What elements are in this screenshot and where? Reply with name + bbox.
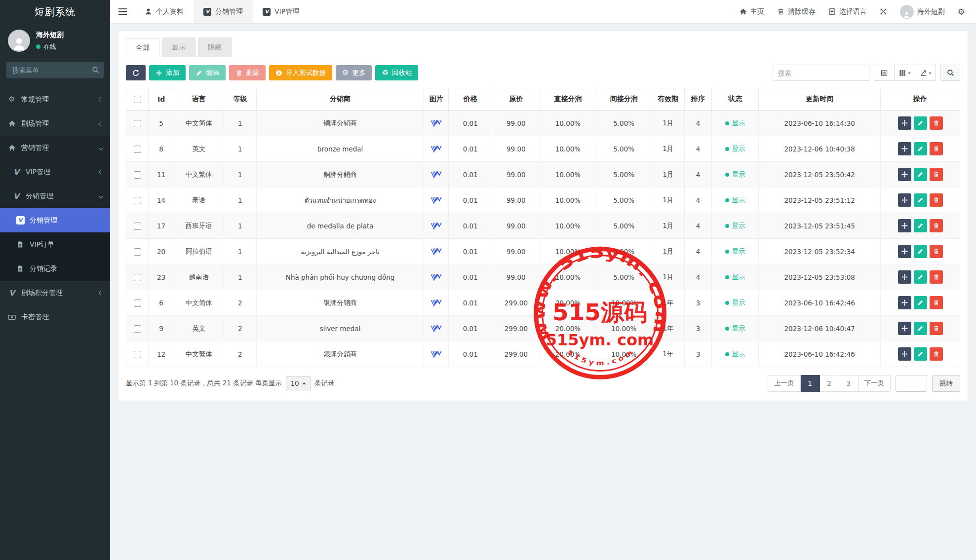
- row-edit-button[interactable]: [914, 347, 927, 361]
- v-logo-image[interactable]: [430, 273, 442, 281]
- v-logo-image[interactable]: [430, 119, 442, 127]
- row-checkbox[interactable]: [134, 223, 141, 230]
- drag-sort-button[interactable]: [898, 142, 911, 155]
- drag-sort-button[interactable]: [898, 219, 911, 232]
- export-button[interactable]: [915, 65, 936, 81]
- sidebar-item-marketing[interactable]: 营销管理: [0, 136, 110, 160]
- col-validity[interactable]: 有效期: [652, 88, 684, 111]
- row-edit-button[interactable]: [914, 245, 927, 258]
- advanced-search-button[interactable]: [940, 65, 960, 81]
- add-button[interactable]: 添加: [149, 65, 186, 80]
- row-delete-button[interactable]: [930, 296, 943, 309]
- row-delete-button[interactable]: [930, 322, 943, 335]
- detail-view-button[interactable]: [874, 65, 895, 81]
- row-edit-button[interactable]: [914, 116, 927, 130]
- row-edit-button[interactable]: [914, 219, 927, 232]
- sidebar-item-distribution-records[interactable]: 分销记录: [0, 257, 110, 281]
- v-logo-image[interactable]: [430, 222, 442, 230]
- delete-button[interactable]: 删除: [229, 65, 266, 80]
- drag-sort-button[interactable]: [898, 270, 911, 284]
- select-all-checkbox[interactable]: [134, 96, 141, 103]
- jump-page-input[interactable]: [896, 375, 927, 392]
- row-edit-button[interactable]: [914, 142, 927, 155]
- col-price[interactable]: 价格: [448, 88, 492, 111]
- sidebar-item-theater-points[interactable]: V 剧场积分管理: [0, 281, 110, 305]
- table-search-input[interactable]: [773, 65, 869, 81]
- col-image[interactable]: 图片: [424, 88, 448, 111]
- col-language[interactable]: 语言: [174, 88, 224, 111]
- per-page-select[interactable]: 10: [286, 376, 311, 391]
- col-sort[interactable]: 排序: [684, 88, 712, 111]
- refresh-button[interactable]: [126, 65, 146, 80]
- row-edit-button[interactable]: [914, 168, 927, 181]
- row-delete-button[interactable]: [930, 245, 943, 258]
- col-direct-commission[interactable]: 直接分润: [540, 88, 596, 111]
- more-button[interactable]: ⚙更多: [336, 65, 372, 80]
- nav-language[interactable]: 选择语言: [828, 7, 867, 16]
- sidebar-search-input[interactable]: [6, 62, 104, 78]
- col-level[interactable]: 等级: [224, 88, 256, 111]
- row-checkbox[interactable]: [134, 274, 141, 281]
- col-actions[interactable]: 操作: [881, 88, 960, 111]
- row-checkbox[interactable]: [134, 351, 141, 358]
- fullscreen-icon[interactable]: [880, 8, 887, 15]
- sidebar-item-card-keys[interactable]: 卡密管理: [0, 305, 110, 329]
- row-checkbox[interactable]: [134, 248, 141, 256]
- status-badge[interactable]: 显示: [725, 299, 745, 307]
- col-distributor[interactable]: 分销商: [256, 88, 424, 111]
- status-badge[interactable]: 显示: [725, 196, 745, 205]
- status-badge[interactable]: 显示: [725, 273, 745, 282]
- nav-clear-cache[interactable]: 清除缓存: [777, 7, 816, 16]
- row-edit-button[interactable]: [914, 193, 927, 207]
- row-checkbox[interactable]: [134, 120, 141, 127]
- tab-visible[interactable]: 显示: [162, 37, 195, 57]
- row-delete-button[interactable]: [930, 193, 943, 207]
- sidebar-item-distribution[interactable]: V 分销管理: [0, 184, 110, 208]
- v-logo-image[interactable]: [430, 196, 442, 204]
- col-indirect-commission[interactable]: 间接分润: [596, 88, 652, 111]
- row-checkbox[interactable]: [134, 299, 141, 307]
- page-3-button[interactable]: 3: [839, 375, 859, 392]
- jump-button[interactable]: 跳转: [932, 375, 960, 392]
- status-badge[interactable]: 显示: [725, 222, 745, 230]
- col-original-price[interactable]: 原价: [492, 88, 540, 111]
- nav-home[interactable]: 主页: [740, 7, 764, 16]
- row-checkbox[interactable]: [134, 325, 141, 333]
- status-badge[interactable]: 显示: [725, 324, 745, 333]
- search-icon[interactable]: [92, 66, 99, 74]
- col-status[interactable]: 状态: [712, 88, 759, 111]
- v-logo-image[interactable]: [430, 248, 442, 256]
- status-badge[interactable]: 显示: [725, 170, 745, 179]
- tab-vip-manage[interactable]: V VIP管理: [253, 0, 309, 23]
- next-page-button[interactable]: 下一页: [859, 375, 891, 392]
- recycle-bin-button[interactable]: ♻回收站: [375, 65, 418, 80]
- row-delete-button[interactable]: [930, 270, 943, 284]
- status-badge[interactable]: 显示: [725, 350, 745, 359]
- v-logo-image[interactable]: [430, 145, 442, 153]
- col-updated[interactable]: 更新时间: [759, 88, 881, 111]
- row-delete-button[interactable]: [930, 116, 943, 130]
- col-id[interactable]: Id: [149, 88, 174, 111]
- v-logo-image[interactable]: [430, 171, 442, 179]
- row-edit-button[interactable]: [914, 296, 927, 309]
- drag-sort-button[interactable]: [898, 296, 911, 309]
- row-delete-button[interactable]: [930, 142, 943, 155]
- page-2-button[interactable]: 2: [820, 375, 839, 392]
- sidebar-item-distribution-manage[interactable]: V 分销管理: [0, 208, 110, 232]
- tab-profile[interactable]: 个人资料: [135, 0, 194, 23]
- sidebar-item-general[interactable]: ⚙ 常规管理: [0, 87, 110, 112]
- v-logo-image[interactable]: [430, 299, 442, 307]
- drag-sort-button[interactable]: [898, 168, 911, 181]
- status-badge[interactable]: 显示: [725, 119, 745, 128]
- sidebar-item-theater[interactable]: 剧场管理: [0, 112, 110, 136]
- v-logo-image[interactable]: [430, 350, 442, 358]
- tab-all[interactable]: 全部: [126, 38, 159, 57]
- drag-sort-button[interactable]: [898, 193, 911, 207]
- status-badge[interactable]: 显示: [725, 145, 745, 153]
- drag-sort-button[interactable]: [898, 116, 911, 130]
- import-test-data-button[interactable]: 导入测试数据: [269, 65, 332, 80]
- row-checkbox[interactable]: [134, 197, 141, 204]
- status-badge[interactable]: 显示: [725, 247, 745, 256]
- drag-sort-button[interactable]: [898, 322, 911, 335]
- row-delete-button[interactable]: [930, 219, 943, 232]
